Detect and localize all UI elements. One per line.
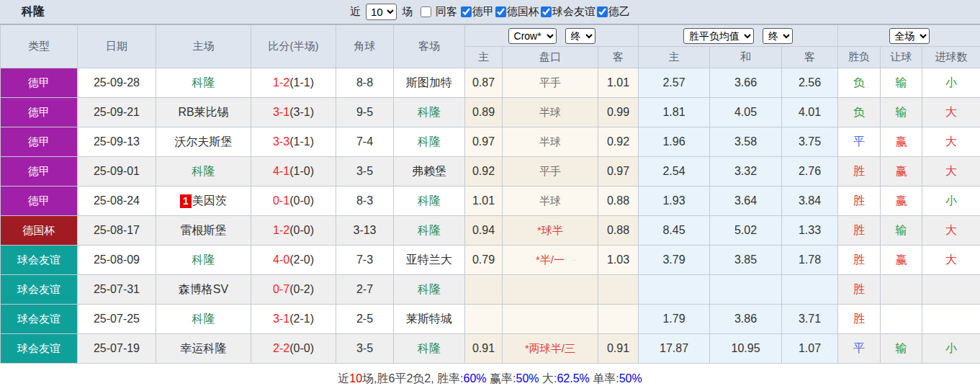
score-cell: 0-1(0-0)	[251, 186, 336, 216]
league-filter: 德国杯	[494, 5, 539, 19]
col-odds-away: 客	[598, 47, 639, 68]
league-filter-checkbox-1[interactable]	[495, 6, 506, 17]
league-filter-label: 德甲	[472, 5, 494, 19]
avg-source-select[interactable]: 胜平负均值	[683, 28, 754, 44]
league-cell: 球会友谊	[1, 246, 78, 275]
avg-home-cell: 1.79	[639, 305, 710, 334]
away-odds-cell: 0.92	[598, 127, 639, 157]
col-goals: 进球数	[922, 47, 980, 68]
handicap-cell: *两球半/三	[503, 334, 598, 364]
avg-draw-cell: 3.64	[710, 186, 782, 216]
same-venue-checkbox[interactable]	[421, 6, 431, 17]
half-time-score: (0-0)	[289, 342, 314, 354]
home-team-cell: 科隆	[156, 246, 251, 275]
full-time-score: 4-0	[273, 253, 289, 266]
corners-cell: 3-13	[336, 216, 394, 246]
home-odds-cell: 0.87	[465, 68, 503, 98]
col-score: 比分(半场)	[251, 25, 336, 68]
corners-cell: 2-7	[336, 275, 394, 305]
half-time-score: (1-1)	[289, 76, 314, 89]
league-cell: 球会友谊	[1, 334, 78, 364]
avg-home-cell: 3.79	[639, 246, 710, 275]
matches-table: 类型 日期 主场 比分(半场) 角球 客场 Crow*终 胜平负均值终 全场 主…	[0, 24, 980, 364]
away-odds-cell: 1.03	[598, 246, 639, 275]
table-body: 德甲 25-09-28 科隆 1-2(1-1) 8-8 斯图加特 0.87 平手…	[1, 68, 980, 364]
match-row: 球会友谊 25-07-19 幸运科隆 2-2(0-0) 3-5 科隆 0.91 …	[1, 334, 980, 364]
date-cell: 25-09-01	[78, 157, 156, 186]
goals-result-cell: 大	[922, 216, 980, 246]
score-cell: 1-2(0-0)	[251, 216, 336, 246]
odds-source-select[interactable]: Crow*	[508, 28, 557, 44]
col-avg-draw: 和	[710, 47, 782, 68]
summary-segment: 单率:	[590, 372, 619, 385]
odds-time-select[interactable]: 终	[565, 28, 595, 44]
avg-group-header: 胜平负均值终	[639, 25, 838, 47]
home-odds-cell	[465, 275, 503, 305]
full-time-score: 1-2	[273, 224, 289, 236]
away-odds-cell: 0.99	[598, 98, 639, 127]
summary-segment: 50%	[516, 372, 539, 385]
match-row: 德甲 25-09-13 沃尔夫斯堡 3-3(1-1) 7-4 科隆 0.97 半…	[1, 127, 980, 157]
top-bar: 科隆 近 10 场 同客 德甲 德国杯 球会友谊 德乙	[0, 0, 980, 24]
corners-cell: 8-3	[336, 186, 394, 216]
home-team-cell: 科隆	[156, 157, 251, 186]
corners-cell: 3-5	[336, 157, 394, 186]
corners-cell: 2-5	[336, 305, 394, 334]
match-row: 德甲 25-09-01 科隆 4-1(1-0) 3-5 弗赖堡 0.92 平手 …	[1, 157, 980, 186]
filter-controls: 近 10 场 同客 德甲 德国杯 球会友谊 德乙	[350, 4, 630, 20]
col-type: 类型	[1, 25, 78, 68]
score-cell: 3-3(1-1)	[251, 127, 336, 157]
league-filter-checkbox-2[interactable]	[541, 6, 552, 17]
summary-segment: 近	[338, 372, 349, 385]
handicap-cell: 平手	[503, 157, 598, 186]
home-odds-cell: 0.91	[465, 334, 503, 364]
scope-select[interactable]: 全场	[889, 28, 930, 44]
league-filter-checkbox-3[interactable]	[597, 6, 608, 17]
half-time-score: (1-1)	[289, 135, 314, 148]
corners-cell: 3-5	[336, 334, 394, 364]
result-group-header: 全场	[838, 25, 980, 47]
handicap-cell: *半/一	[503, 246, 598, 275]
match-row: 球会友谊 25-07-25 科隆 3-1(2-1) 2-5 莱斯特城 1.79 …	[1, 305, 980, 334]
league-cell: 球会友谊	[1, 275, 78, 305]
away-team-cell: 斯图加特	[394, 68, 465, 98]
away-odds-cell: 0.88	[598, 186, 639, 216]
full-time-score: 2-2	[273, 342, 289, 354]
result-cell: 负	[838, 68, 881, 98]
match-row: 德国杯 25-08-17 雷根斯堡 1-2(0-0) 3-13 科隆 0.94 …	[1, 216, 980, 246]
handicap-cell: *球半	[503, 216, 598, 246]
recent-count-select[interactable]: 10	[366, 4, 397, 20]
league-cell: 德甲	[1, 157, 78, 186]
avg-draw-cell: 3.58	[710, 127, 782, 157]
avg-away-cell: 3.84	[782, 186, 838, 216]
corners-cell: 7-4	[336, 127, 394, 157]
half-time-score: (0-0)	[289, 224, 314, 236]
home-team-cell: 幸运科隆	[156, 334, 251, 364]
summary-segment: 场,胜6平2负2, 胜率:	[362, 372, 463, 385]
avg-home-cell: 2.54	[639, 157, 710, 186]
avg-home-cell: 1.81	[639, 98, 710, 127]
avg-time-select[interactable]: 终	[763, 28, 793, 44]
league-filter: 德乙	[595, 5, 630, 19]
avg-away-cell	[782, 275, 838, 305]
rank-badge: 1	[180, 194, 192, 208]
home-odds-cell: 0.89	[465, 98, 503, 127]
league-filter: 德甲	[459, 5, 494, 19]
away-team-cell: 弗赖堡	[394, 157, 465, 186]
league-filter: 球会友谊	[539, 5, 595, 19]
half-time-score: (1-0)	[289, 165, 314, 177]
goals-result-cell: 大	[922, 246, 980, 275]
corners-cell: 8-8	[336, 68, 394, 98]
league-filter-checkbox-0[interactable]	[461, 6, 472, 17]
avg-draw-cell: 10.95	[710, 334, 782, 364]
summary-segment: 50%	[619, 372, 642, 385]
league-filter-label: 球会友谊	[552, 5, 595, 19]
league-cell: 德甲	[1, 127, 78, 157]
home-team-cell: 1美因茨	[156, 186, 251, 216]
score-cell: 1-2(1-1)	[251, 68, 336, 98]
col-handicap: 盘口	[503, 47, 598, 68]
corners-cell: 9-5	[336, 98, 394, 127]
home-team-cell: 雷根斯堡	[156, 216, 251, 246]
score-cell: 3-1(2-1)	[251, 305, 336, 334]
match-row: 德甲 25-08-24 1美因茨 0-1(0-0) 8-3 科隆 1.01 半球…	[1, 186, 980, 216]
